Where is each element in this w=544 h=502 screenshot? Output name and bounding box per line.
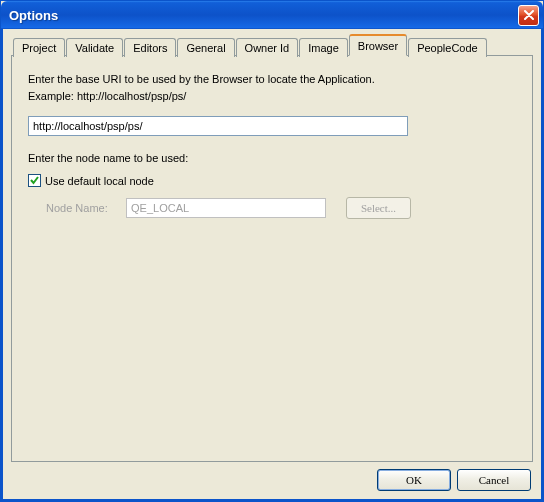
cancel-button[interactable]: Cancel xyxy=(457,469,531,491)
tab-label: Image xyxy=(308,42,339,54)
tab-general[interactable]: General xyxy=(177,38,234,57)
titlebar[interactable]: Options xyxy=(1,1,543,29)
tab-label: Project xyxy=(22,42,56,54)
tab-editors[interactable]: Editors xyxy=(124,38,176,57)
tab-validate[interactable]: Validate xyxy=(66,38,123,57)
tab-label: Validate xyxy=(75,42,114,54)
check-icon xyxy=(29,175,40,186)
close-button[interactable] xyxy=(518,5,539,26)
node-name-label: Node Name: xyxy=(28,202,116,214)
dialog-footer: OK Cancel xyxy=(11,463,533,493)
base-uri-input[interactable] xyxy=(28,116,408,136)
tabstrip: Project Validate Editors General Owner I… xyxy=(11,37,533,56)
tab-project[interactable]: Project xyxy=(13,38,65,57)
tab-browser[interactable]: Browser xyxy=(349,34,407,56)
client-area: Project Validate Editors General Owner I… xyxy=(1,29,543,501)
tab-panel-browser: Enter the base URI to be used by the Bro… xyxy=(11,55,533,462)
node-section-label: Enter the node name to be used: xyxy=(28,152,516,164)
uri-instruction-line1: Enter the base URI to be used by the Bro… xyxy=(28,72,516,87)
close-icon xyxy=(524,10,534,20)
use-default-node-checkbox[interactable] xyxy=(28,174,41,187)
options-dialog: Options Project Validate Editors General… xyxy=(0,0,544,502)
tab-label: Editors xyxy=(133,42,167,54)
use-default-node-checkbox-row[interactable]: Use default local node xyxy=(28,174,516,187)
tab-label: Owner Id xyxy=(245,42,290,54)
select-node-button: Select... xyxy=(346,197,411,219)
tab-label: PeopleCode xyxy=(417,42,478,54)
ok-button[interactable]: OK xyxy=(377,469,451,491)
node-name-input xyxy=(126,198,326,218)
uri-instruction-line2: Example: http://localhost/psp/ps/ xyxy=(28,89,516,104)
use-default-node-label: Use default local node xyxy=(45,175,154,187)
tab-image[interactable]: Image xyxy=(299,38,348,57)
tab-peoplecode[interactable]: PeopleCode xyxy=(408,38,487,57)
tab-owner-id[interactable]: Owner Id xyxy=(236,38,299,57)
node-name-row: Node Name: Select... xyxy=(28,197,516,219)
tab-label: General xyxy=(186,42,225,54)
tab-label: Browser xyxy=(358,40,398,52)
window-title: Options xyxy=(9,8,58,23)
